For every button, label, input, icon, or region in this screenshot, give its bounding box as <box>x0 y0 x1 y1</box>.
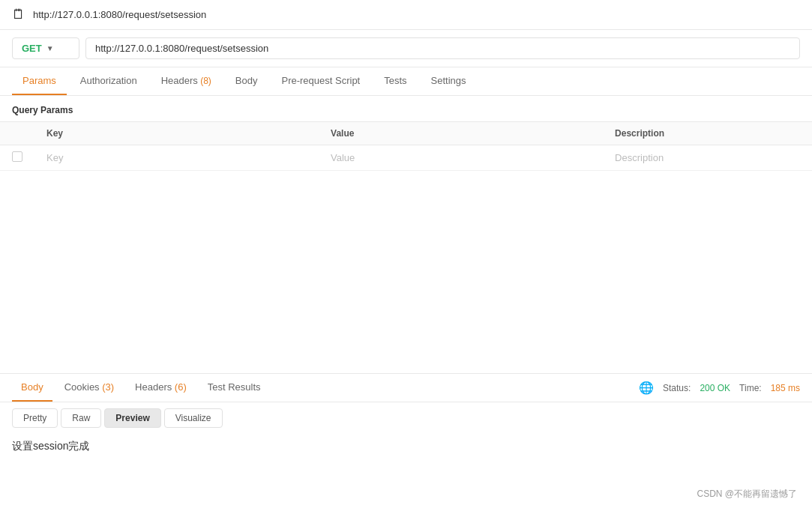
param-key-cell[interactable]: Key <box>34 145 319 171</box>
response-body: 设置session完成 <box>0 434 812 459</box>
globe-icon: 🌐 <box>639 381 654 395</box>
format-tab-visualize[interactable]: Visualize <box>164 408 223 428</box>
row-checkbox[interactable] <box>12 151 22 162</box>
response-tab-body[interactable]: Body <box>12 374 52 402</box>
param-description-cell[interactable]: Description <box>603 145 812 171</box>
table-header-value: Value <box>319 122 603 145</box>
tab-body[interactable]: Body <box>225 67 268 95</box>
query-params-title: Query Params <box>0 96 812 121</box>
response-tab-headers[interactable]: Headers (6) <box>126 374 196 402</box>
format-tab-preview[interactable]: Preview <box>104 408 160 428</box>
method-label: GET <box>22 43 42 54</box>
table-header-key: Key <box>34 122 319 145</box>
request-bar: GET ▼ <box>0 30 812 67</box>
params-table: Key Value Description Key Value Descript… <box>0 121 812 171</box>
format-tabs-bar: Pretty Raw Preview Visualize <box>0 402 812 434</box>
tab-tests[interactable]: Tests <box>373 67 417 95</box>
table-row: Key Value Description <box>0 145 812 171</box>
response-tabs-bar: Body Cookies (3) Headers (6) Test Result… <box>0 374 812 402</box>
tab-authorization[interactable]: Authorization <box>70 67 148 95</box>
response-tab-testresults[interactable]: Test Results <box>199 374 270 402</box>
app-icon: 🗒 <box>12 7 25 22</box>
param-value-cell[interactable]: Value <box>319 145 603 171</box>
table-header-checkbox <box>0 122 34 145</box>
response-status-bar: 🌐 Status: 200 OK Time: 185 ms <box>639 381 800 395</box>
format-tab-pretty[interactable]: Pretty <box>12 408 58 428</box>
tab-headers[interactable]: Headers (8) <box>151 67 222 95</box>
footer-text: CSDN @不能再留遗憾了 <box>697 488 797 501</box>
tab-settings[interactable]: Settings <box>421 67 477 95</box>
tab-params[interactable]: Params <box>12 67 67 95</box>
format-tab-raw[interactable]: Raw <box>61 408 101 428</box>
response-container: Body Cookies (3) Headers (6) Test Result… <box>0 373 812 508</box>
title-url: http://127.0.0.1:8080/request/setsession <box>33 9 206 20</box>
response-tabs-left: Body Cookies (3) Headers (6) Test Result… <box>12 374 270 402</box>
method-select[interactable]: GET ▼ <box>12 37 79 59</box>
tab-prerequest[interactable]: Pre-request Script <box>271 67 370 95</box>
url-input[interactable] <box>85 37 800 59</box>
chevron-down-icon: ▼ <box>46 44 54 52</box>
title-bar: 🗒 http://127.0.0.1:8080/request/setsessi… <box>0 0 812 30</box>
table-header-description: Description <box>603 122 812 145</box>
response-tab-cookies[interactable]: Cookies (3) <box>55 374 123 402</box>
request-tabs-bar: Params Authorization Headers (8) Body Pr… <box>0 67 812 96</box>
